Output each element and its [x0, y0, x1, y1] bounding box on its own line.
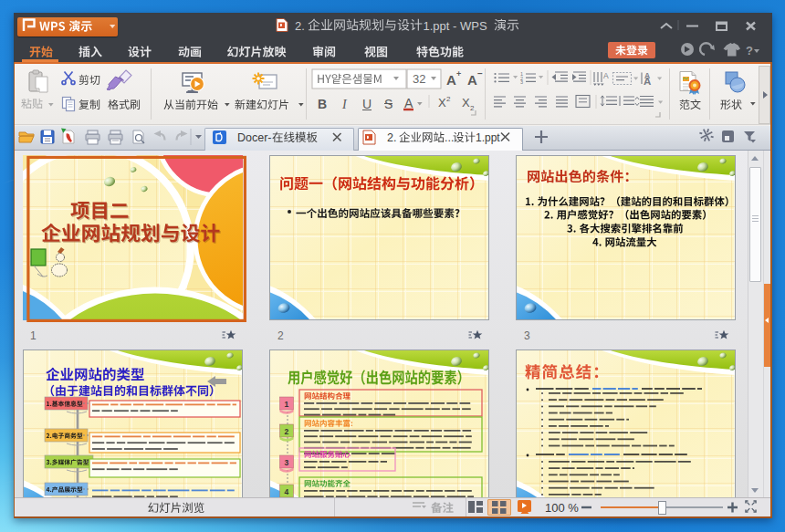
svg-text:4: 4	[285, 487, 289, 496]
svg-text:Docer-: Docer-	[237, 131, 272, 144]
svg-text:2: 2	[470, 104, 475, 112]
svg-text:3: 3	[285, 458, 289, 467]
svg-text:X: X	[462, 96, 470, 110]
svg-text:X: X	[438, 96, 446, 110]
svg-text:A: A	[404, 96, 413, 110]
svg-text:2: 2	[446, 95, 451, 103]
svg-text:1: 1	[285, 400, 289, 409]
svg-text:3: 3	[520, 79, 523, 85]
svg-text:A: A	[446, 72, 456, 88]
svg-text:?: ?	[746, 44, 753, 57]
svg-text:2: 2	[285, 427, 289, 436]
svg-text:1.ppt - WPS: 1.ppt - WPS	[424, 19, 487, 33]
svg-text:+: +	[456, 69, 461, 78]
svg-text:U: U	[362, 97, 372, 111]
svg-text:I: I	[341, 98, 348, 111]
svg-text:...: ...	[445, 131, 454, 144]
svg-text:2.: 2.	[295, 19, 305, 33]
svg-text:A: A	[467, 72, 477, 88]
svg-text:–: –	[477, 68, 483, 78]
svg-text:A: A	[644, 76, 651, 87]
svg-text:A: A	[603, 71, 609, 80]
svg-text:32: 32	[413, 72, 425, 86]
svg-text:100 %: 100 %	[545, 501, 579, 515]
svg-text:1.ppt: 1.ppt	[476, 131, 500, 144]
svg-text:2.: 2.	[387, 131, 396, 144]
svg-text:B: B	[318, 97, 327, 111]
